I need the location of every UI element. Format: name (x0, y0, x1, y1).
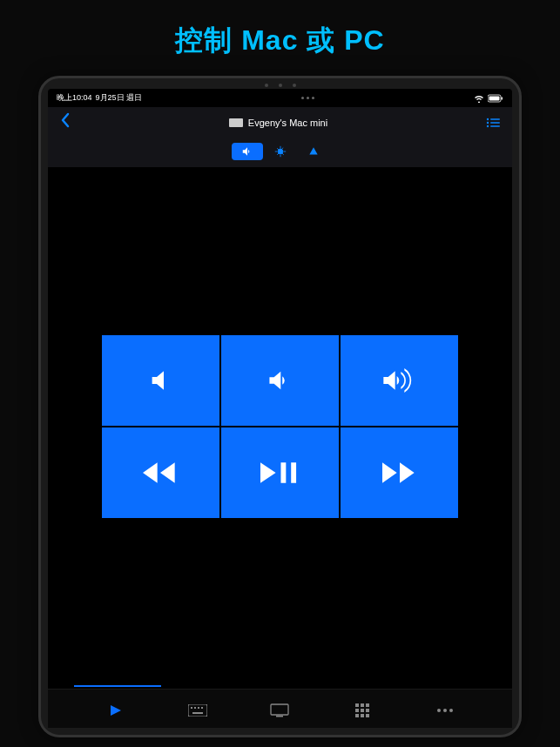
svg-rect-21 (361, 709, 364, 712)
svg-rect-22 (366, 709, 369, 712)
svg-rect-2 (502, 97, 503, 99)
battery-icon (488, 94, 503, 103)
camera-dots (41, 78, 519, 89)
device-icon (229, 118, 243, 127)
tab-grid[interactable] (341, 700, 384, 721)
svg-rect-11 (194, 707, 196, 709)
status-bar: 晚上10:04 9月25日 週日 (48, 89, 512, 107)
svg-rect-9 (188, 704, 207, 717)
svg-rect-10 (191, 707, 192, 709)
segment-control (48, 138, 512, 167)
status-date: 9月25日 週日 (96, 92, 143, 104)
content-area (48, 167, 512, 685)
control-grid (102, 335, 459, 518)
svg-rect-14 (192, 712, 203, 714)
wifi-icon (474, 94, 484, 103)
segment-navigation[interactable] (298, 143, 329, 160)
tab-indicator (74, 685, 161, 687)
svg-rect-8 (490, 125, 500, 127)
svg-point-3 (487, 118, 489, 119)
play-pause-button[interactable] (221, 427, 339, 518)
svg-rect-20 (355, 709, 359, 712)
svg-rect-23 (355, 714, 359, 717)
tab-keyboard[interactable] (176, 700, 219, 721)
segment-brightness[interactable] (265, 143, 296, 160)
svg-point-28 (449, 709, 453, 712)
status-right (474, 94, 503, 103)
svg-rect-15 (271, 704, 288, 715)
tab-bar (48, 689, 512, 728)
status-time: 晚上10:04 (57, 92, 92, 104)
svg-rect-19 (366, 703, 369, 707)
list-button[interactable] (486, 118, 500, 128)
svg-rect-18 (361, 703, 364, 707)
svg-point-26 (437, 709, 441, 712)
volume-up-button[interactable] (341, 335, 458, 426)
svg-point-27 (443, 709, 447, 712)
marketing-title: 控制 Mac 或 PC (0, 0, 560, 76)
device-title: Evgeny's Mac mini (229, 118, 327, 128)
tab-display[interactable] (258, 700, 301, 721)
svg-rect-17 (355, 703, 359, 707)
back-button[interactable] (60, 112, 71, 132)
svg-point-5 (487, 121, 489, 123)
fast-forward-button[interactable] (341, 427, 458, 518)
svg-rect-12 (198, 707, 199, 709)
screen: 晚上10:04 9月25日 週日 Evgeny's Mac mi (48, 89, 512, 728)
tablet-frame: 晚上10:04 9月25日 週日 Evgeny's Mac mi (38, 76, 522, 737)
status-center (301, 97, 314, 99)
volume-down-button[interactable] (221, 335, 339, 426)
device-name: Evgeny's Mac mini (248, 118, 327, 128)
nav-bar: Evgeny's Mac mini (48, 107, 512, 138)
svg-rect-16 (276, 716, 283, 717)
status-left: 晚上10:04 9月25日 週日 (57, 92, 142, 104)
svg-rect-25 (366, 714, 369, 717)
svg-rect-24 (361, 714, 364, 717)
mute-button[interactable] (102, 335, 219, 426)
svg-rect-6 (490, 122, 500, 124)
tab-more[interactable] (423, 700, 467, 721)
svg-rect-13 (201, 707, 203, 709)
rewind-button[interactable] (102, 427, 219, 518)
svg-rect-4 (490, 118, 500, 120)
tab-play[interactable] (93, 700, 137, 721)
svg-rect-1 (489, 96, 500, 100)
segment-volume[interactable] (232, 143, 263, 160)
svg-point-7 (487, 124, 489, 126)
